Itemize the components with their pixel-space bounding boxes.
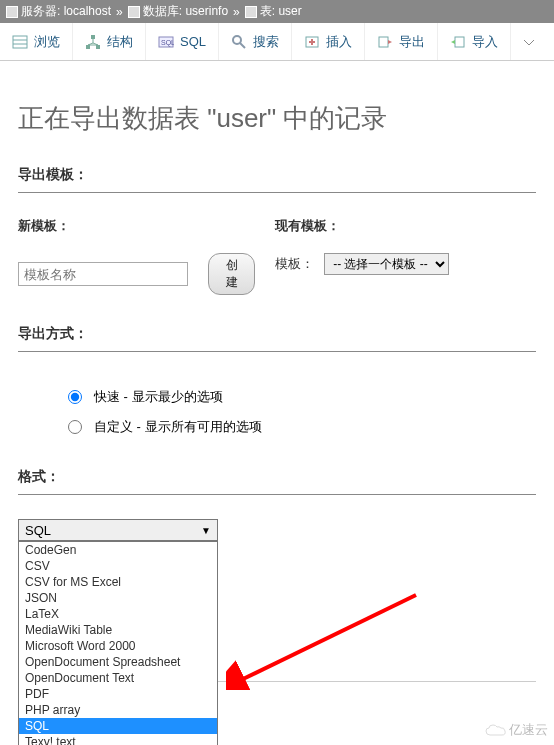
- database-icon: [128, 6, 140, 18]
- breadcrumb: 服务器: localhost » 数据库: userinfo » 表: user: [0, 0, 554, 23]
- sql-icon: SQL: [158, 34, 174, 50]
- tabs-bar: 浏览 结构 SQL SQL 搜索 插入 导出 导入: [0, 23, 554, 61]
- format-option[interactable]: LaTeX: [19, 606, 217, 622]
- tab-import[interactable]: 导入: [438, 23, 511, 60]
- breadcrumb-sep: »: [233, 5, 240, 19]
- template-row: 新模板： 创建 现有模板： 模板： -- 选择一个模板 --: [18, 217, 536, 295]
- browse-icon: [12, 34, 28, 50]
- template-select-label: 模板：: [275, 255, 314, 273]
- page-title: 正在导出数据表 "user" 中的记录: [18, 81, 536, 166]
- radio-custom[interactable]: 自定义 - 显示所有可用的选项: [68, 412, 536, 442]
- tab-export[interactable]: 导出: [365, 23, 438, 60]
- format-option[interactable]: SQL: [19, 718, 217, 734]
- template-name-input[interactable]: [18, 262, 188, 286]
- tab-import-label: 导入: [472, 33, 498, 51]
- divider: [18, 494, 536, 495]
- watermark-text: 亿速云: [509, 721, 548, 739]
- new-template-label: 新模板：: [18, 217, 255, 235]
- format-option[interactable]: PDF: [19, 686, 217, 702]
- svg-rect-18: [455, 37, 464, 47]
- format-option[interactable]: Microsoft Word 2000: [19, 638, 217, 654]
- tab-search-label: 搜索: [253, 33, 279, 51]
- tab-structure[interactable]: 结构: [73, 23, 146, 60]
- format-select-wrapper: SQL ▼ CodeGenCSVCSV for MS ExcelJSONLaTe…: [18, 519, 218, 541]
- tab-insert-label: 插入: [326, 33, 352, 51]
- more-icon: [521, 34, 537, 50]
- export-icon: [377, 34, 393, 50]
- table-icon: [245, 6, 257, 18]
- export-method-group: 快速 - 显示最少的选项 自定义 - 显示所有可用的选项: [18, 376, 536, 442]
- format-select-value: SQL: [25, 523, 51, 538]
- svg-line-13: [240, 43, 245, 48]
- template-select[interactable]: -- 选择一个模板 --: [324, 253, 449, 275]
- format-dropdown: CodeGenCSVCSV for MS ExcelJSONLaTeXMedia…: [18, 541, 218, 745]
- tab-structure-label: 结构: [107, 33, 133, 51]
- svg-text:SQL: SQL: [161, 39, 174, 47]
- tab-browse-label: 浏览: [34, 33, 60, 51]
- tab-sql-label: SQL: [180, 34, 206, 49]
- existing-template-col: 现有模板： 模板： -- 选择一个模板 --: [275, 217, 536, 295]
- divider: [18, 192, 536, 193]
- format-option[interactable]: CSV: [19, 558, 217, 574]
- tab-search[interactable]: 搜索: [219, 23, 292, 60]
- server-icon: [6, 6, 18, 18]
- search-icon: [231, 34, 247, 50]
- tab-insert[interactable]: 插入: [292, 23, 365, 60]
- radio-quick[interactable]: 快速 - 显示最少的选项: [68, 382, 536, 412]
- radio-quick-input[interactable]: [68, 390, 82, 404]
- main-content: 正在导出数据表 "user" 中的记录 导出模板： 新模板： 创建 现有模板： …: [0, 61, 554, 702]
- structure-icon: [85, 34, 101, 50]
- format-option[interactable]: CSV for MS Excel: [19, 574, 217, 590]
- format-option[interactable]: OpenDocument Spreadsheet: [19, 654, 217, 670]
- format-select[interactable]: SQL ▼: [18, 519, 218, 541]
- cloud-icon: [485, 723, 507, 737]
- svg-rect-17: [379, 37, 388, 47]
- format-section: SQL ▼ CodeGenCSVCSV for MS ExcelJSONLaTe…: [18, 519, 536, 541]
- import-icon: [450, 34, 466, 50]
- tab-more[interactable]: [511, 23, 547, 60]
- create-button[interactable]: 创建: [208, 253, 255, 295]
- breadcrumb-sep: »: [116, 5, 123, 19]
- tab-sql[interactable]: SQL SQL: [146, 23, 219, 60]
- export-method-label: 导出方式：: [18, 325, 536, 351]
- format-option[interactable]: PHP array: [19, 702, 217, 718]
- radio-quick-label: 快速 - 显示最少的选项: [94, 388, 223, 406]
- insert-icon: [304, 34, 320, 50]
- format-label: 格式：: [18, 468, 536, 494]
- svg-point-12: [233, 36, 241, 44]
- format-option[interactable]: Texy! text: [19, 734, 217, 745]
- breadcrumb-server[interactable]: 服务器: localhost: [21, 3, 111, 20]
- radio-custom-input[interactable]: [68, 420, 82, 434]
- breadcrumb-table[interactable]: 表: user: [260, 3, 302, 20]
- radio-custom-label: 自定义 - 显示所有可用的选项: [94, 418, 262, 436]
- breadcrumb-database[interactable]: 数据库: userinfo: [143, 3, 228, 20]
- svg-rect-3: [91, 35, 95, 39]
- svg-rect-5: [96, 45, 100, 49]
- tab-export-label: 导出: [399, 33, 425, 51]
- format-option[interactable]: OpenDocument Text: [19, 670, 217, 686]
- svg-rect-0: [13, 36, 27, 48]
- export-template-label: 导出模板：: [18, 166, 536, 192]
- new-template-col: 新模板： 创建: [18, 217, 255, 295]
- format-option[interactable]: JSON: [19, 590, 217, 606]
- format-option[interactable]: MediaWiki Table: [19, 622, 217, 638]
- format-option[interactable]: CodeGen: [19, 542, 217, 558]
- existing-template-label: 现有模板：: [275, 217, 536, 235]
- svg-rect-4: [86, 45, 90, 49]
- divider: [18, 351, 536, 352]
- watermark: 亿速云: [485, 721, 548, 739]
- chevron-down-icon: ▼: [201, 525, 211, 536]
- tab-browse[interactable]: 浏览: [0, 23, 73, 60]
